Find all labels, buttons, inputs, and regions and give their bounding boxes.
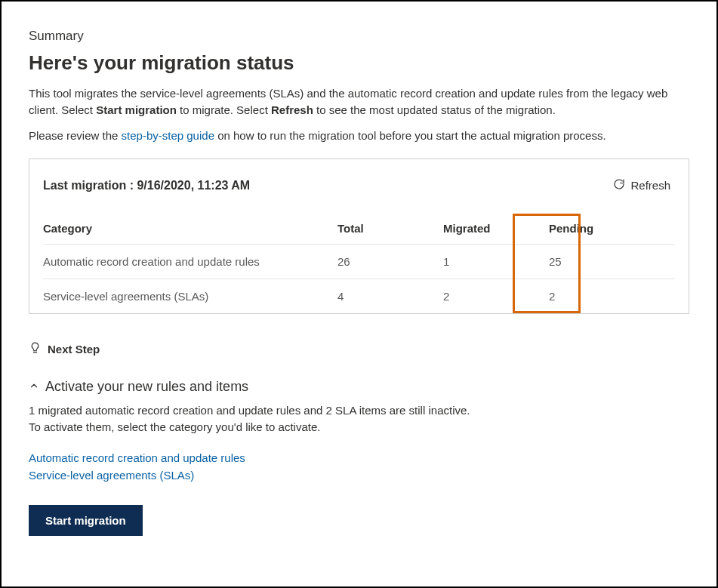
- refresh-button[interactable]: Refresh: [608, 174, 675, 196]
- summary-label: Summary: [29, 29, 689, 44]
- intro-bold-refresh: Refresh: [271, 103, 313, 116]
- activate-title: Activate your new rules and items: [45, 379, 248, 395]
- cell-spacer: [655, 245, 675, 279]
- last-migration-label: Last migration :: [43, 179, 137, 192]
- last-migration-value: 9/16/2020, 11:23 AM: [137, 179, 250, 192]
- intro-bold-start: Start migration: [96, 103, 177, 116]
- th-category: Category: [43, 216, 337, 245]
- chevron-up-icon: [29, 379, 39, 395]
- cell-category: Service-level agreements (SLAs): [43, 279, 337, 314]
- review-prefix: Please review the: [29, 129, 122, 142]
- status-card: Last migration : 9/16/2020, 11:23 AM Ref…: [29, 159, 689, 314]
- refresh-label: Refresh: [630, 179, 670, 192]
- th-total: Total: [337, 216, 443, 245]
- th-spacer: [655, 216, 675, 245]
- activate-link-sla[interactable]: Service-level agreements (SLAs): [29, 466, 689, 484]
- step-by-step-link[interactable]: step-by-step guide: [122, 129, 214, 142]
- review-suffix: on how to run the migration tool before …: [214, 129, 606, 142]
- next-step-label: Next Step: [48, 343, 100, 356]
- pending-highlight: [513, 214, 581, 313]
- activate-links: Automatic record creation and update rul…: [29, 449, 689, 485]
- refresh-icon: [612, 177, 626, 193]
- next-step-heading: Next Step: [29, 341, 689, 356]
- intro-text: This tool migrates the service-level agr…: [29, 85, 689, 119]
- migration-status-panel: Summary Here's your migration status Thi…: [0, 0, 718, 588]
- cell-category: Automatic record creation and update rul…: [43, 245, 337, 279]
- activate-line2: To activate them, select the category yo…: [29, 419, 689, 436]
- intro-mid: to migrate. Select: [177, 103, 271, 116]
- activate-section-toggle[interactable]: Activate your new rules and items: [29, 379, 248, 395]
- cell-total: 26: [337, 245, 443, 279]
- activate-link-arc[interactable]: Automatic record creation and update rul…: [29, 449, 689, 466]
- review-text: Please review the step-by-step guide on …: [29, 128, 689, 144]
- cell-total: 4: [337, 279, 443, 314]
- card-header: Last migration : 9/16/2020, 11:23 AM Ref…: [43, 174, 675, 196]
- start-migration-button[interactable]: Start migration: [29, 505, 143, 536]
- cell-spacer: [655, 279, 675, 314]
- lightbulb-icon: [29, 341, 42, 356]
- activate-line1: 1 migrated automatic record creation and…: [29, 402, 689, 419]
- page-title: Here's your migration status: [29, 51, 689, 75]
- intro-suffix: to see the most updated status of the mi…: [313, 103, 556, 116]
- last-migration: Last migration : 9/16/2020, 11:23 AM: [43, 179, 250, 192]
- activate-body: 1 migrated automatic record creation and…: [29, 402, 689, 436]
